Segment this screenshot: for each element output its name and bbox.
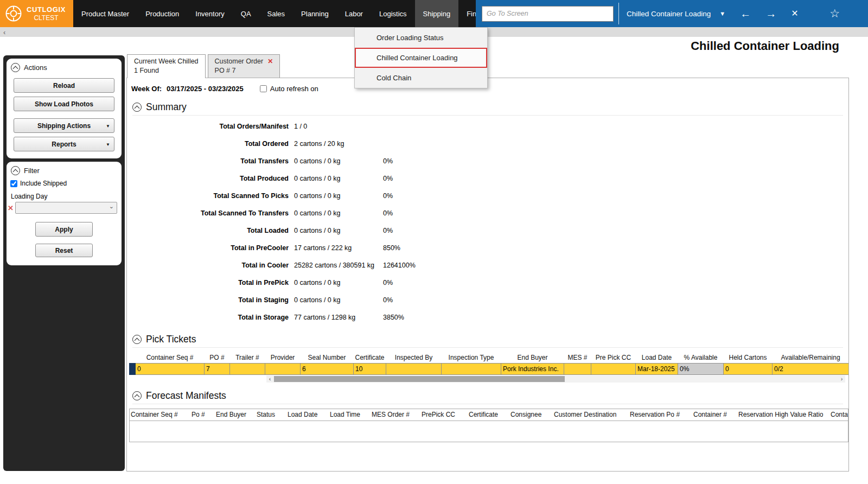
column-header[interactable]: Container Seq # [130,409,190,421]
grid-cell[interactable]: 6 [301,363,354,374]
nav-shipping[interactable]: Shipping [415,0,459,27]
column-header[interactable]: Inspection Type [442,352,501,363]
close-tab-icon[interactable]: ✕ [267,58,273,65]
column-header[interactable]: Load Date [636,352,678,363]
grid-cell[interactable] [230,363,265,374]
column-header[interactable]: MES Order # [371,409,420,421]
nav-qa[interactable]: QA [233,0,259,27]
shipping-actions-dropdown[interactable]: Shipping Actions ▼ [14,118,114,133]
column-header[interactable]: Load Time [329,409,371,421]
collapse-filter-icon[interactable] [11,166,20,175]
apply-button[interactable]: Apply [35,222,93,237]
column-header[interactable]: Certificate [354,352,386,363]
column-header[interactable]: Consignee [509,409,553,421]
tab-current-week-chilled[interactable]: Current Week Chilled 1 Found [127,54,206,78]
menu-item-order-loading-status[interactable]: Order Loading Status [355,28,487,48]
reset-button[interactable]: Reset [35,244,93,257]
row-selector[interactable] [130,363,136,374]
nav-inventory[interactable]: Inventory [187,0,232,27]
scroll-left-icon[interactable]: ‹ [0,28,5,36]
collapse-pick-tickets-icon[interactable] [132,335,142,344]
grid-cell[interactable]: 0% [678,363,724,374]
filter-panel-header: Filter [7,162,122,177]
menu-item-cold-chain[interactable]: Cold Chain [355,68,487,88]
forward-arrow-icon[interactable]: → [765,8,776,19]
scroll-left-icon[interactable]: ‹ [266,375,273,383]
column-header[interactable]: Reservation High Value Ratio [737,409,829,421]
grid-cell[interactable]: 7 [205,363,230,374]
go-to-screen-input[interactable] [482,6,614,22]
pick-tickets-header-row: Container Seq # PO # Trailer # Provider … [130,352,849,363]
include-shipped-option[interactable]: Include Shipped [10,180,122,187]
column-header[interactable]: Customer Destination [553,409,629,421]
column-header[interactable]: Inspected By [386,352,442,363]
column-header[interactable]: Certificate [468,409,509,421]
brand-logo[interactable]: CUTLOGIX CLTEST [0,0,73,27]
reload-button[interactable]: Reload [14,78,114,93]
pick-ticket-row[interactable]: 0 7 6 10 Pork Industries Inc. Mar-18-202… [130,363,849,374]
column-header[interactable]: Available/Remaining [773,352,849,363]
auto-refresh-option[interactable]: Auto refresh on [260,85,318,93]
nav-labor[interactable]: Labor [337,0,371,27]
grid-cell[interactable] [265,363,301,374]
reports-dropdown[interactable]: Reports ▼ [14,137,114,151]
grid-cell[interactable]: 10 [354,363,386,374]
grid-cell[interactable] [564,363,591,374]
column-header[interactable]: End Buyer [501,352,564,363]
nav-planning[interactable]: Planning [293,0,337,27]
column-header[interactable]: End Buyer [215,409,256,421]
column-header[interactable]: PO # [205,352,230,363]
column-header[interactable]: Provider [265,352,301,363]
tab-customer-order[interactable]: Customer Order✕ PO # 7 [208,54,280,78]
column-header[interactable]: Pre Pick CC [591,352,636,363]
grid-cell[interactable]: 0 [136,363,205,374]
column-header[interactable]: Conta [829,409,848,421]
menu-item-chilled-container-loading[interactable]: Chilled Container Loading [355,48,487,68]
nav-product-master[interactable]: Product Master [73,0,137,27]
column-header[interactable]: MES # [564,352,591,363]
loading-day-select[interactable]: ⌄ [15,202,117,214]
grid-cell[interactable]: 0 [724,363,773,374]
column-header[interactable]: PrePick CC [420,409,468,421]
main-content: Week Of: 03/17/2025 - 03/23/2025 Auto re… [126,78,849,472]
include-shipped-checkbox[interactable] [10,180,17,187]
summary-row: Total Scanned To Transfers0 cartons / 0 … [127,205,848,222]
collapse-summary-icon[interactable] [132,103,142,112]
grid-cell[interactable] [442,363,501,374]
grid-cell[interactable]: Pork Industries Inc. [501,363,564,374]
auto-refresh-checkbox[interactable] [260,85,267,92]
favorite-star-icon[interactable]: ☆ [829,7,840,20]
grid-cell[interactable] [591,363,636,374]
grid-cell[interactable]: 0/2 [773,363,849,374]
column-header[interactable]: Seal Number [301,352,354,363]
column-header[interactable]: Status [256,409,286,421]
column-header[interactable]: % Available [678,352,724,363]
nav-logistics[interactable]: Logistics [371,0,415,27]
show-load-photos-button[interactable]: Show Load Photos [14,97,114,111]
pick-tickets-scrollbar[interactable]: ‹ › [266,375,845,383]
summary-row: Total in PrePick0 cartons / 0 kg0% [127,274,848,291]
column-header[interactable]: Held Cartons [724,352,773,363]
clear-date-icon[interactable]: ✕ [8,204,14,212]
brand-logo-icon [4,4,23,23]
column-header[interactable]: Po # [190,409,215,421]
back-arrow-icon[interactable]: ← [740,8,751,19]
nav-production[interactable]: Production [137,0,187,27]
scroll-right-icon[interactable]: › [838,375,845,383]
column-header[interactable]: Container Seq # [136,352,205,363]
grid-cell[interactable] [386,363,442,374]
collapse-forecast-icon[interactable] [132,391,142,400]
grid-cell[interactable]: Mar-18-2025 [636,363,678,374]
column-header[interactable]: Load Date [286,409,329,421]
week-of-label: Week Of: [131,85,162,93]
close-icon[interactable]: ✕ [791,9,798,18]
column-header[interactable]: Container # [692,409,737,421]
column-header[interactable]: Reservation Po # [629,409,692,421]
column-header[interactable]: Trailer # [230,352,265,363]
collapse-actions-icon[interactable] [11,63,20,72]
summary-section-header: Summary [132,101,843,116]
pick-tickets-table: Container Seq # PO # Trailer # Provider … [129,352,849,375]
scrollbar-thumb[interactable] [274,376,565,382]
screen-selector-dropdown[interactable]: Chilled Container Loading ▼ [627,10,725,18]
nav-sales[interactable]: Sales [259,0,293,27]
